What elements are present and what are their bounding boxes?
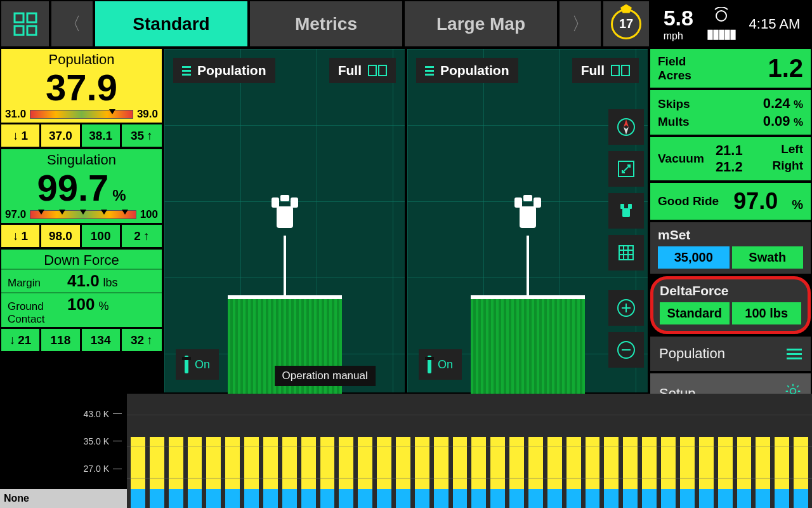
clock: 4:15 AM	[749, 16, 801, 32]
deltaforce-label: DeltaForce	[660, 283, 801, 298]
svg-rect-8	[280, 195, 289, 201]
left-column: Population 37.9 31.0 39.0 ↓1 37.0 38.1 3…	[1, 49, 162, 392]
chevron-left-icon: 〈	[63, 12, 81, 36]
singulation-tile[interactable]: Singulation 99.7% 97.0 100 ↓1 98.0 100 2…	[1, 149, 162, 247]
deltaforce-panel[interactable]: DeltaForce Standard 100 lbs	[650, 276, 811, 334]
minus-icon	[616, 340, 636, 360]
vacuum-tile[interactable]: Vacuum 21.1Left 21.2Right	[650, 137, 811, 180]
grid-view-button[interactable]	[608, 235, 644, 271]
switch-icon	[185, 356, 188, 373]
tab-standard[interactable]: Standard	[95, 1, 247, 46]
center-vehicle-button[interactable]	[608, 193, 644, 229]
map-layer-button[interactable]: Population	[173, 58, 275, 83]
list-icon	[425, 66, 434, 76]
menu-icon	[787, 349, 802, 359]
map-right[interactable]: Population Full On	[407, 49, 648, 392]
svg-rect-9	[520, 206, 536, 228]
next-tab-button[interactable]: 〉	[560, 1, 601, 46]
right-column: Field Acres 1.2 Skips0.24 % Mults0.09 % …	[650, 49, 811, 392]
field-acres-value: 1.2	[768, 54, 803, 83]
nav-population[interactable]: Population	[650, 337, 811, 371]
split-icon	[611, 65, 630, 76]
skips-mults-tile[interactable]: Skips0.24 % Mults0.09 %	[650, 90, 811, 135]
downforce-ground-contact: Ground Contact 100 %	[1, 292, 162, 327]
mset-rate[interactable]: 35,000	[658, 246, 730, 269]
grid-icon	[13, 11, 38, 37]
home-button[interactable]	[1, 1, 49, 46]
chart-bars	[127, 394, 812, 489]
speed-value: 5.8	[664, 6, 693, 30]
vehicle-marker	[506, 195, 550, 299]
chart-y-axis: 43.0 K 35.0 K 27.0 K	[0, 394, 127, 489]
field-acres-label: Field Acres	[658, 55, 702, 83]
tab-large-map[interactable]: Large Map	[405, 1, 557, 46]
svg-marker-14	[624, 119, 629, 127]
singulation-row-stats: ↓1 98.0 100 2↑	[1, 223, 162, 247]
svg-rect-12	[523, 195, 532, 201]
tractor-icon	[263, 195, 307, 233]
svg-rect-20	[619, 246, 633, 260]
field-acres-tile[interactable]: Field Acres 1.2	[650, 49, 811, 88]
svg-rect-10	[514, 197, 522, 208]
mset-swath[interactable]: Swath	[732, 246, 804, 269]
map-full-button[interactable]: Full	[329, 58, 396, 83]
map-on-toggle[interactable]: On	[419, 349, 462, 380]
tab-metrics[interactable]: Metrics	[250, 1, 402, 46]
map-area: Population Full On Operation manual Popu…	[164, 49, 648, 392]
svg-rect-7	[291, 197, 298, 208]
deltaforce-mode[interactable]: Standard	[660, 302, 730, 324]
svg-rect-2	[15, 26, 23, 35]
gps-status: ▮▮▮▮▮	[707, 7, 735, 41]
tractor-small-icon	[616, 201, 636, 221]
svg-rect-3	[27, 26, 36, 35]
split-icon	[368, 65, 387, 76]
prev-tab-button[interactable]: 〈	[51, 1, 93, 46]
alerts-button[interactable]: 17	[603, 1, 649, 46]
compass-button[interactable]	[608, 109, 644, 145]
chart-footer-segments	[127, 489, 812, 508]
map-left[interactable]: Population Full On Operation manual	[164, 49, 405, 392]
row-chart[interactable]: 43.0 K 35.0 K 27.0 K None	[0, 394, 812, 508]
deltaforce-value[interactable]: 100 lbs	[732, 302, 802, 324]
downforce-title: Down Force	[1, 250, 162, 269]
downforce-row-stats: ↓21 118 134 32↑	[1, 327, 162, 351]
top-bar: 〈 Standard Metrics Large Map 〉 17 5.8 mp…	[0, 0, 812, 48]
expand-button[interactable]	[608, 151, 644, 187]
gauge-max: 39.0	[137, 108, 158, 121]
singulation-value: 99.7%	[1, 168, 162, 210]
svg-rect-11	[534, 197, 541, 208]
population-value: 37.9	[1, 68, 162, 110]
signal-bars: ▮▮▮▮▮	[707, 26, 735, 41]
vehicle-marker	[263, 195, 307, 299]
map-tools	[608, 109, 644, 271]
svg-rect-18	[620, 204, 624, 209]
main-area: Population 37.9 31.0 39.0 ↓1 37.0 38.1 3…	[0, 48, 812, 394]
tractor-icon	[506, 195, 550, 233]
alert-count: 17	[619, 17, 633, 31]
svg-rect-19	[628, 204, 632, 209]
singulation-title: Singulation	[1, 149, 162, 168]
svg-rect-1	[27, 13, 36, 22]
grid-small-icon	[616, 243, 636, 263]
population-title: Population	[1, 49, 162, 68]
compass-icon	[616, 117, 636, 137]
tooltip: Operation manual	[275, 366, 376, 386]
zoom-out-button[interactable]	[608, 332, 644, 368]
downforce-margin: Margin 41.0 lbs	[1, 269, 162, 292]
chevron-right-icon: 〉	[572, 12, 589, 36]
map-layer-button[interactable]: Population	[416, 58, 518, 83]
map-on-toggle[interactable]: On	[176, 349, 219, 380]
zoom-in-button[interactable]	[608, 290, 644, 326]
singulation-gauge: 97.0 100	[1, 210, 162, 223]
population-tile[interactable]: Population 37.9 31.0 39.0 ↓1 37.0 38.1 3…	[1, 49, 162, 147]
satellite-icon	[712, 7, 730, 22]
expand-icon	[616, 159, 636, 179]
svg-point-4	[716, 11, 726, 21]
map-full-button[interactable]: Full	[572, 58, 639, 83]
good-ride-tile[interactable]: Good Ride 97.0%	[650, 183, 811, 220]
downforce-tile[interactable]: Down Force Margin 41.0 lbs Ground Contac…	[1, 250, 162, 351]
speed-unit: mph	[664, 30, 693, 42]
svg-rect-5	[277, 206, 293, 228]
mset-panel[interactable]: mSet 35,000 Swath	[650, 222, 811, 274]
switch-icon	[428, 356, 431, 373]
